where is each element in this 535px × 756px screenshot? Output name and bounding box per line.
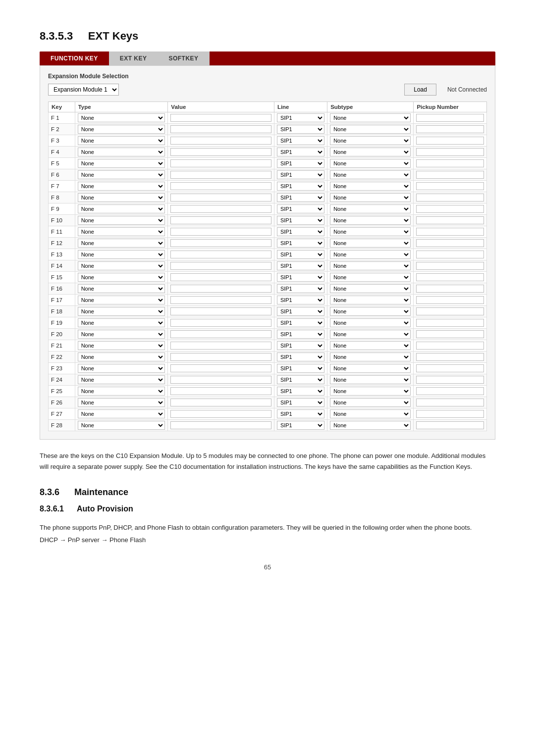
cell-subtype[interactable]: None <box>327 420 414 431</box>
cell-value[interactable] <box>168 397 274 408</box>
value-input[interactable] <box>170 216 271 224</box>
cell-subtype[interactable]: None <box>327 397 414 408</box>
cell-value[interactable] <box>168 420 274 431</box>
line-select[interactable]: SIP1 <box>277 409 324 418</box>
cell-line[interactable]: SIP1 <box>274 203 327 215</box>
line-select[interactable]: SIP1 <box>277 296 324 304</box>
line-select[interactable]: SIP1 <box>277 170 324 179</box>
cell-line[interactable]: SIP1 <box>274 272 327 283</box>
cell-line[interactable]: SIP1 <box>274 124 327 135</box>
cell-line[interactable]: SIP1 <box>274 363 327 374</box>
cell-type[interactable]: None <box>75 192 168 203</box>
cell-line[interactable]: SIP1 <box>274 386 327 397</box>
cell-value[interactable] <box>168 226 274 238</box>
subtype-select[interactable]: None <box>330 159 411 168</box>
cell-subtype[interactable]: None <box>327 295 414 306</box>
cell-type[interactable]: None <box>75 147 168 158</box>
cell-pickup[interactable] <box>414 363 487 374</box>
cell-subtype[interactable]: None <box>327 147 414 158</box>
value-input[interactable] <box>170 148 271 156</box>
cell-pickup[interactable] <box>414 203 487 215</box>
cell-type[interactable]: None <box>75 215 168 226</box>
cell-value[interactable] <box>168 192 274 203</box>
cell-value[interactable] <box>168 352 274 363</box>
subtype-select[interactable]: None <box>330 296 411 304</box>
pickup-input[interactable] <box>416 319 484 327</box>
value-input[interactable] <box>170 342 271 350</box>
subtype-select[interactable]: None <box>330 284 411 293</box>
line-select[interactable]: SIP1 <box>277 375 324 384</box>
type-select[interactable]: None <box>78 307 165 316</box>
value-input[interactable] <box>170 319 271 327</box>
cell-pickup[interactable] <box>414 272 487 283</box>
type-select[interactable]: None <box>78 204 165 213</box>
value-input[interactable] <box>170 171 271 179</box>
line-select[interactable]: SIP1 <box>277 113 324 122</box>
cell-value[interactable] <box>168 408 274 420</box>
value-input[interactable] <box>170 182 271 190</box>
pickup-input[interactable] <box>416 296 484 304</box>
type-select[interactable]: None <box>78 387 165 396</box>
type-select[interactable]: None <box>78 261 165 270</box>
subtype-select[interactable]: None <box>330 421 411 430</box>
subtype-select[interactable]: None <box>330 375 411 384</box>
pickup-input[interactable] <box>416 239 484 247</box>
cell-pickup[interactable] <box>414 158 487 169</box>
cell-line[interactable]: SIP1 <box>274 135 327 147</box>
pickup-input[interactable] <box>416 376 484 384</box>
type-select[interactable]: None <box>78 330 165 339</box>
cell-pickup[interactable] <box>414 260 487 272</box>
cell-subtype[interactable]: None <box>327 260 414 272</box>
line-select[interactable]: SIP1 <box>277 182 324 191</box>
cell-subtype[interactable]: None <box>327 386 414 397</box>
cell-subtype[interactable]: None <box>327 169 414 181</box>
cell-pickup[interactable] <box>414 147 487 158</box>
pickup-input[interactable] <box>416 307 484 315</box>
cell-line[interactable]: SIP1 <box>274 306 327 317</box>
cell-line[interactable]: SIP1 <box>274 397 327 408</box>
type-select[interactable]: None <box>78 318 165 327</box>
line-select[interactable]: SIP1 <box>277 204 324 213</box>
cell-value[interactable] <box>168 295 274 306</box>
line-select[interactable]: SIP1 <box>277 261 324 270</box>
cell-pickup[interactable] <box>414 352 487 363</box>
cell-pickup[interactable] <box>414 306 487 317</box>
type-select[interactable]: None <box>78 250 165 259</box>
cell-type[interactable]: None <box>75 272 168 283</box>
cell-value[interactable] <box>168 386 274 397</box>
subtype-select[interactable]: None <box>330 364 411 373</box>
pickup-input[interactable] <box>416 285 484 293</box>
pickup-input[interactable] <box>416 194 484 202</box>
cell-type[interactable]: None <box>75 249 168 260</box>
value-input[interactable] <box>170 262 271 270</box>
pickup-input[interactable] <box>416 364 484 372</box>
pickup-input[interactable] <box>416 399 484 406</box>
value-input[interactable] <box>170 399 271 406</box>
cell-subtype[interactable]: None <box>327 203 414 215</box>
type-select[interactable]: None <box>78 159 165 168</box>
type-select[interactable]: None <box>78 273 165 282</box>
cell-type[interactable]: None <box>75 374 168 386</box>
tab-softkey[interactable]: SOFTKEY <box>158 51 209 65</box>
cell-subtype[interactable]: None <box>327 283 414 295</box>
type-select[interactable]: None <box>78 148 165 156</box>
cell-pickup[interactable] <box>414 238 487 249</box>
cell-type[interactable]: None <box>75 226 168 238</box>
cell-value[interactable] <box>168 169 274 181</box>
value-input[interactable] <box>170 251 271 258</box>
subtype-select[interactable]: None <box>330 330 411 339</box>
subtype-select[interactable]: None <box>330 113 411 122</box>
load-button[interactable]: Load <box>404 84 436 96</box>
cell-subtype[interactable]: None <box>327 249 414 260</box>
line-select[interactable]: SIP1 <box>277 216 324 225</box>
cell-pickup[interactable] <box>414 408 487 420</box>
subtype-select[interactable]: None <box>330 227 411 236</box>
cell-line[interactable]: SIP1 <box>274 329 327 340</box>
value-input[interactable] <box>170 376 271 384</box>
type-select[interactable]: None <box>78 364 165 373</box>
value-input[interactable] <box>170 364 271 372</box>
cell-value[interactable] <box>168 181 274 192</box>
pickup-input[interactable] <box>416 171 484 179</box>
subtype-select[interactable]: None <box>330 307 411 316</box>
subtype-select[interactable]: None <box>330 182 411 191</box>
